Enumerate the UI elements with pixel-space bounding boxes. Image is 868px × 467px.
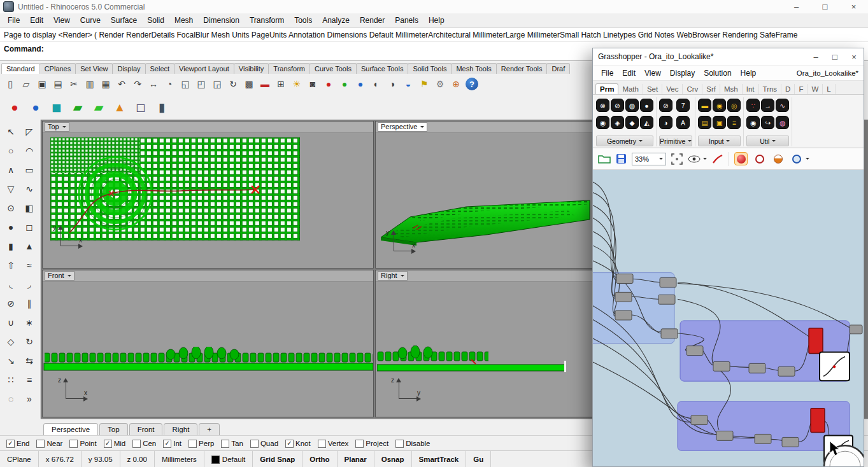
close-button[interactable]: × bbox=[839, 0, 868, 13]
zoom-extents[interactable]: ◰ bbox=[194, 76, 209, 92]
gh-tab-l[interactable]: L bbox=[823, 84, 835, 94]
viewport-front-title[interactable]: Front bbox=[45, 271, 75, 281]
jump[interactable]: ↪ bbox=[761, 116, 774, 129]
toolbar-tab[interactable]: Viewport Layout bbox=[174, 63, 234, 74]
relay[interactable]: → bbox=[761, 99, 774, 112]
display-cylinder[interactable]: ▮ bbox=[153, 99, 170, 115]
cluster[interactable]: ◍ bbox=[776, 116, 789, 129]
menu-item[interactable]: Edit bbox=[25, 14, 48, 27]
menu-item[interactable]: Solution bbox=[699, 67, 736, 79]
add-viewport-tab[interactable]: + bbox=[199, 423, 220, 435]
osnap-toggle[interactable]: Quad bbox=[250, 440, 278, 448]
osnap-toggle[interactable]: End bbox=[6, 440, 29, 448]
viewport-right-title[interactable]: Right bbox=[378, 271, 408, 281]
gh-tab-f[interactable]: F bbox=[795, 84, 808, 94]
explode[interactable]: ∗ bbox=[20, 313, 38, 331]
more-tools[interactable]: » bbox=[20, 389, 38, 408]
toolbar-tab[interactable]: Render Tools bbox=[496, 63, 548, 74]
param-curve[interactable]: ◉ bbox=[596, 116, 609, 129]
chamfer[interactable]: ◞ bbox=[20, 275, 38, 293]
menu-item[interactable]: File bbox=[3, 14, 25, 27]
toolbar-tab[interactable]: Standard bbox=[1, 63, 40, 74]
menu-item[interactable]: Help bbox=[423, 14, 450, 27]
document-selector[interactable]: Ora_ito_Lookalike* bbox=[797, 69, 860, 77]
number-slider[interactable]: ▬ bbox=[698, 99, 711, 112]
toolbar-tab[interactable]: CPlanes bbox=[39, 63, 76, 74]
display-render-red[interactable]: ● bbox=[6, 99, 23, 115]
osnap-toggle[interactable]: Perp bbox=[189, 440, 214, 448]
rotate-view[interactable]: ↻ bbox=[225, 76, 241, 92]
status-layer[interactable]: Default bbox=[204, 451, 253, 467]
preview-custom-button[interactable] bbox=[771, 152, 785, 165]
chevron-down-icon[interactable] bbox=[806, 158, 809, 162]
paste[interactable]: ▦ bbox=[98, 76, 113, 92]
print[interactable]: ▤ bbox=[50, 76, 66, 92]
menu-item[interactable]: Panels bbox=[390, 14, 423, 27]
display-mesh-a[interactable]: ▰ bbox=[69, 99, 86, 115]
zoom-selected[interactable]: ◲ bbox=[210, 76, 225, 92]
rotate[interactable]: ↻ bbox=[20, 332, 38, 351]
display-wire-box[interactable]: ◻ bbox=[132, 99, 149, 115]
minimize-button[interactable]: – bbox=[806, 48, 825, 65]
options-gears[interactable]: ⚙ bbox=[432, 76, 448, 92]
param-domain[interactable]: ◑ bbox=[659, 116, 672, 129]
osnap-toggle[interactable]: Tan bbox=[221, 440, 243, 448]
osnap-toggle[interactable]: Knot bbox=[285, 440, 311, 448]
point[interactable]: ⊙ bbox=[2, 199, 20, 217]
checkbox[interactable] bbox=[104, 440, 112, 448]
menu-item[interactable]: Render bbox=[355, 14, 390, 27]
arc[interactable]: ◠ bbox=[20, 141, 38, 160]
right-view-surface[interactable] bbox=[377, 345, 568, 373]
toolbar-tab[interactable]: Surface Tools bbox=[356, 63, 408, 74]
gh-tab-w[interactable]: W bbox=[808, 84, 823, 94]
param-brep[interactable]: ◈ bbox=[611, 116, 624, 129]
toolbar-tab[interactable]: Display bbox=[112, 63, 145, 74]
menu-item[interactable]: Solid bbox=[142, 14, 169, 27]
chevron-down-icon[interactable] bbox=[703, 158, 707, 162]
shade-half[interactable]: ◐ bbox=[369, 76, 384, 92]
gh-tab-transform[interactable]: Trns bbox=[759, 84, 782, 94]
osnap-toggle[interactable]: Disable bbox=[395, 440, 430, 448]
redo[interactable]: ↷ bbox=[130, 76, 145, 92]
param-text[interactable]: A bbox=[676, 116, 690, 129]
panel[interactable]: ▤ bbox=[698, 116, 711, 129]
display-mesh-b[interactable]: ▰ bbox=[90, 99, 107, 115]
zoom-dynamic[interactable]: ◔ bbox=[162, 76, 177, 92]
scale[interactable]: ↘ bbox=[2, 351, 20, 370]
menu-item[interactable]: Surface bbox=[106, 14, 142, 27]
menu-item[interactable]: Dimension bbox=[198, 14, 245, 27]
checkbox[interactable] bbox=[36, 440, 45, 448]
display-cone[interactable]: ▲ bbox=[111, 99, 128, 115]
toolbar-tab[interactable]: Curve Tools bbox=[309, 63, 357, 74]
menu-item[interactable]: Help bbox=[736, 67, 761, 79]
help[interactable]: ? bbox=[466, 78, 478, 90]
param-surface[interactable]: ◆ bbox=[625, 116, 639, 129]
circle[interactable]: ○ bbox=[2, 141, 20, 160]
polyline[interactable]: ∧ bbox=[2, 160, 20, 179]
param-geometry[interactable]: ◍ bbox=[625, 99, 639, 112]
tab-perspective[interactable]: Perspective bbox=[43, 423, 98, 435]
menu-item[interactable]: View bbox=[640, 67, 665, 79]
panel-group-label[interactable]: Primitive bbox=[659, 136, 692, 146]
render[interactable]: ● bbox=[321, 76, 336, 92]
array[interactable]: ∷ bbox=[2, 370, 20, 389]
zoom-defaults-icon[interactable] bbox=[671, 153, 683, 165]
value-knob[interactable]: ◉ bbox=[713, 99, 726, 112]
status-x[interactable]: x 676.72 bbox=[39, 451, 82, 467]
param-mesh[interactable]: ⊘ bbox=[611, 99, 624, 112]
menu-item[interactable]: Edit bbox=[618, 67, 640, 79]
checkbox[interactable] bbox=[355, 440, 364, 448]
polygon[interactable]: ▽ bbox=[2, 179, 20, 198]
toolbar-tab[interactable]: Mesh Tools bbox=[451, 63, 496, 74]
curve[interactable]: ∿ bbox=[20, 179, 38, 198]
cherry-picker[interactable]: ∵ bbox=[746, 99, 760, 112]
top-view-mesh[interactable] bbox=[50, 137, 300, 240]
param-circle[interactable]: ⊗ bbox=[596, 99, 609, 112]
panel-group-label[interactable]: Util bbox=[746, 136, 789, 146]
new-file[interactable]: ▯ bbox=[3, 76, 18, 92]
status-grid-snap[interactable]: Grid Snap bbox=[253, 451, 302, 467]
open-document-icon[interactable] bbox=[598, 154, 611, 164]
cone[interactable]: ▲ bbox=[20, 237, 38, 255]
gh-tab-vector[interactable]: Vec bbox=[662, 84, 683, 94]
checkbox[interactable] bbox=[285, 440, 294, 448]
